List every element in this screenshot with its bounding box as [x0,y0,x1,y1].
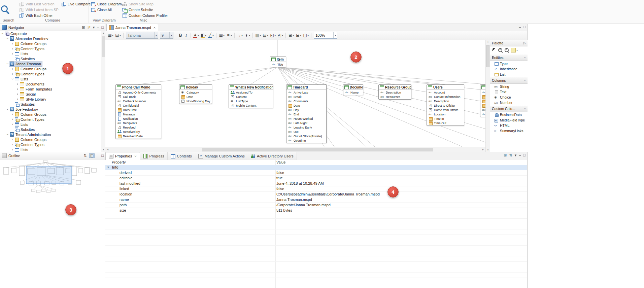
scroll-right-icon[interactable]: ▸ [481,147,485,152]
minimize-button[interactable]: – [519,25,521,29]
pin-icon[interactable]: « [524,79,526,82]
property-row-linked[interactable]: linkedfalse [105,186,527,192]
outline-viewport[interactable] [26,166,71,184]
attribute-row[interactable]: Resolved Date [116,134,161,138]
ribbon-button-show-site-map[interactable]: Show Site Map [122,1,168,7]
chevron-down-icon[interactable]: ▾ [107,166,109,169]
entity-phone-call-memo[interactable]: Phone Call MemoAppend-Only CommentsCall … [115,84,161,139]
tree-item-content-types[interactable]: ›Content Types [0,71,101,76]
highlight-button[interactable]: ◧▾ [200,32,207,39]
line-color-button[interactable]: ╱▾ [207,32,214,39]
tab-properties[interactable]: Properties× [105,152,140,160]
attribute-row[interactable]: abcOut of Office(Private) [286,134,326,138]
palette-item-inheritance[interactable]: ↗Inheritance [490,66,528,72]
palette-item-choice[interactable]: ◉Choice [490,95,528,100]
attribute-row[interactable]: Notification [116,116,161,121]
palette-item-text[interactable]: Text [490,89,528,95]
scrollbar-thumb[interactable] [202,148,433,151]
tree-item-lists[interactable]: ›Lists [0,122,101,127]
attribute-row[interactable]: abcComments [286,99,326,103]
note-tool[interactable]: ▾ [511,48,518,52]
italic-button[interactable]: I [183,32,189,39]
tab-manage-custom-actions[interactable]: Manage Custom Actions [195,152,248,160]
outline-tree-mode-button[interactable]: ⇅ [84,154,87,157]
print-button[interactable]: ▤▾ [114,32,122,39]
tree-item-alexander-dorofeev[interactable]: ›Alexander Dorofeev [0,36,101,41]
entity-timecard[interactable]: TimecardabcArrive LateabcBreakabcComment… [286,84,327,143]
connector-router-button[interactable]: →▾ [236,32,243,39]
tree-item-subsites[interactable]: Subsites [0,56,101,61]
attribute-row[interactable] [480,99,485,103]
minimize-button[interactable]: – [97,154,99,157]
attribute-row[interactable]: abcArrive Late [286,90,326,95]
attribute-row[interactable]: abcDay [286,108,326,112]
expand-arrow[interactable]: › [11,66,14,71]
attribute-row[interactable]: ◉Category [179,90,212,95]
tree-item-column-groups[interactable]: ›Column Groups [0,137,101,142]
expand-arrow[interactable]: › [11,71,14,76]
tree-item-lists[interactable]: ›Lists [0,51,101,56]
close-icon[interactable]: × [134,154,136,158]
entity-resource-group[interactable]: Resource GroupabcDescriptionabcResources [378,84,411,100]
attribute-row[interactable]: Date/Time [116,108,161,112]
palette-collapse-icon[interactable]: ▷ [523,41,526,45]
expand-arrow[interactable]: › [11,122,14,127]
attribute-row[interactable]: Content [229,95,273,99]
sort-button[interactable]: ⇅ [509,153,512,157]
attribute-row[interactable]: abcHours Worked [286,116,326,121]
attribute-row[interactable]: abcRecipients [116,121,161,125]
attribute-row[interactable]: abc [480,112,485,116]
attribute-row[interactable]: Confidential [116,103,161,108]
maximize-button[interactable]: □ [101,154,104,157]
maximize-button[interactable]: □ [523,25,526,29]
attribute-row[interactable]: Home from Offsite [427,108,464,112]
expand-arrow[interactable]: › [11,137,14,142]
tree-item-content-types[interactable]: ›Content Types [0,117,101,122]
pin-icon[interactable]: « [524,56,526,59]
tree-item-style-library[interactable]: ›Style Library [0,97,101,102]
zoom-in-tool[interactable]: + [498,48,503,52]
view-menu-button[interactable]: ▾ [93,26,95,29]
attribute-row[interactable]: abcLeaving Early [286,125,326,130]
attribute-row[interactable]: abcOut [286,130,326,134]
layers-button[interactable]: ◫▾ [302,32,309,39]
pin-icon[interactable]: « [524,107,526,110]
tree-item-column-groups[interactable]: ›Column Groups [0,112,101,117]
attribute-row[interactable]: Time Out [427,121,464,125]
attribute-row[interactable]: abcResources [379,95,411,99]
distribute-button[interactable]: ▤▾ [262,32,269,39]
tree-item-documents[interactable]: ›Documents [0,81,101,86]
attribute-row[interactable]: abcCallback Number [116,99,161,103]
expand-arrow[interactable]: › [11,117,14,122]
close-icon[interactable]: × [154,26,156,30]
canvas-vertical-scrollbar[interactable]: ▴ ▾ [485,40,490,152]
tab-janna-trosman-mspd[interactable]: Janna Trosman.mspd × [106,24,158,31]
minimize-button[interactable]: – [97,26,99,29]
attribute-row[interactable]: Non-Working Day [179,99,212,103]
property-group-info[interactable]: ▾Info [105,165,527,170]
entity-e[interactable]: Eabcabcabc [480,84,485,117]
table-style-button[interactable]: ▦▾ [218,32,225,39]
palette-item-businessdata[interactable]: BusinessData [490,112,528,117]
expand-arrow[interactable]: › [16,81,19,86]
palette-item-type[interactable]: Type [490,61,528,66]
expand-arrow[interactable]: › [11,112,14,117]
tree-item-lists[interactable]: ›Lists [0,76,101,81]
ribbon-button-with-each-other[interactable]: With Each Other [19,12,59,18]
scrollbar-thumb[interactable] [102,36,105,57]
diagram-style-button[interactable]: ▦▾ [107,32,114,39]
palette-item-summarylinks[interactable]: ∞SummaryLinks [490,128,528,134]
palette-group-entities[interactable]: Entities« [490,54,528,61]
palette-header[interactable]: Palette ▷ [490,40,528,46]
attribute-row[interactable]: Direct to Offsite [427,103,464,108]
tree-item-social[interactable]: ›Social [0,92,101,97]
align-button[interactable]: ▥▾ [255,32,262,39]
canvas-horizontal-scrollbar[interactable]: ◂▸ [105,147,485,152]
attribute-row[interactable]: abcName [343,90,363,95]
attribute-row[interactable]: abcLate Night [286,121,326,125]
tree-item-corporate[interactable]: ›Corporate [0,31,101,36]
attribute-row[interactable]: Date [179,95,212,99]
palette-group-columns[interactable]: Columns« [490,77,528,84]
expand-arrow[interactable]: › [16,92,19,97]
link-with-editor-button[interactable]: ⇄ [87,26,90,29]
